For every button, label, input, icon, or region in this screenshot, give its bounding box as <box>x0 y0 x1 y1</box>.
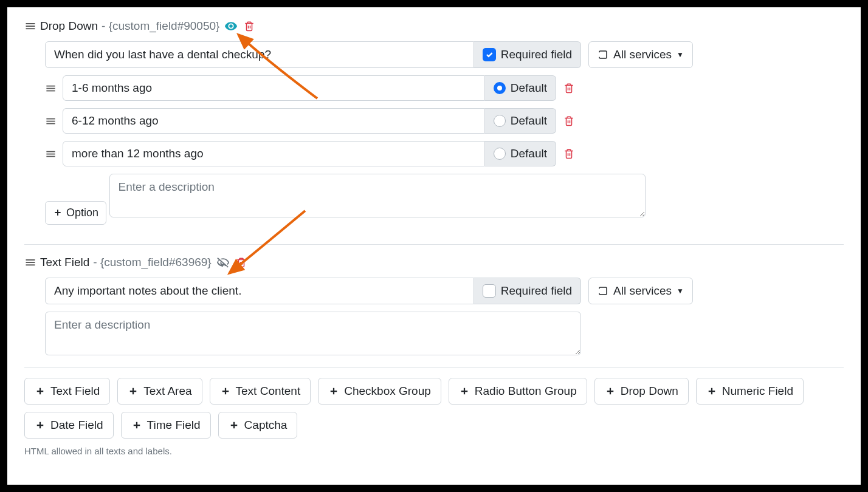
add-text-field-button[interactable]: Text Field <box>24 378 110 405</box>
required-checkbox[interactable] <box>483 284 496 298</box>
add-drop-down-button[interactable]: Drop Down <box>594 378 689 405</box>
services-dropdown[interactable]: All services ▼ <box>588 41 693 68</box>
option-value-input[interactable] <box>63 75 485 101</box>
svg-rect-7 <box>46 90 55 91</box>
divider <box>24 244 844 245</box>
svg-rect-17 <box>599 287 607 295</box>
default-radio[interactable] <box>494 148 506 160</box>
add-checkbox-group-button[interactable]: Checkbox Group <box>318 378 441 405</box>
services-label: All services <box>613 284 672 298</box>
svg-rect-15 <box>26 262 35 263</box>
description-textarea[interactable] <box>45 312 581 355</box>
add-captcha-button[interactable]: Captcha <box>218 412 298 439</box>
option-drag-handle-icon[interactable] <box>45 115 57 127</box>
svg-rect-1 <box>26 26 35 27</box>
required-label: Required field <box>501 48 572 61</box>
required-field-box: Required field <box>474 278 581 304</box>
services-label: All services <box>613 48 672 61</box>
add-radio-button-group-button[interactable]: Radio Button Group <box>449 378 587 405</box>
field-label-input[interactable] <box>45 278 474 304</box>
add-time-field-button[interactable]: Time Field <box>121 412 211 439</box>
svg-rect-13 <box>46 155 55 157</box>
default-label: Default <box>511 147 547 160</box>
field-ref: - {custom_field#90050} <box>102 19 219 33</box>
default-label: Default <box>511 81 547 95</box>
field-dropdown: Drop Down - {custom_field#90050} Require… <box>24 18 844 234</box>
add-option-button[interactable]: Option <box>45 201 106 225</box>
svg-rect-3 <box>599 51 607 58</box>
add-text-area-button[interactable]: Text Area <box>117 378 202 405</box>
field-label-input[interactable] <box>45 41 474 68</box>
svg-rect-14 <box>26 259 35 261</box>
required-field-box: Required field <box>474 41 581 68</box>
field-type-label: Drop Down <box>40 19 98 33</box>
chevron-down-icon: ▼ <box>677 50 684 59</box>
delete-field-button[interactable] <box>243 19 256 33</box>
svg-rect-16 <box>26 264 35 265</box>
svg-rect-9 <box>46 120 55 121</box>
delete-field-button[interactable] <box>235 256 248 269</box>
visibility-toggle-hidden[interactable] <box>215 255 231 270</box>
delete-option-button[interactable] <box>562 147 576 160</box>
default-radio[interactable] <box>494 115 506 127</box>
delete-option-button[interactable] <box>562 114 576 128</box>
option-drag-handle-icon[interactable] <box>45 83 57 94</box>
visibility-toggle-visible[interactable] <box>223 18 239 34</box>
option-value-input[interactable] <box>63 108 485 134</box>
drag-handle-icon[interactable] <box>24 256 36 268</box>
add-field-toolbar: Text Field Text Area Text Content Checkb… <box>24 378 844 439</box>
field-ref: - {custom_field#63969} <box>93 256 211 269</box>
svg-rect-2 <box>26 28 35 29</box>
divider <box>24 367 844 368</box>
delete-option-button[interactable] <box>562 81 576 95</box>
field-type-label: Text Field <box>40 256 89 269</box>
drag-handle-icon[interactable] <box>24 20 36 32</box>
add-numeric-field-button[interactable]: Numeric Field <box>696 378 804 405</box>
svg-rect-10 <box>46 123 55 124</box>
add-text-content-button[interactable]: Text Content <box>210 378 311 405</box>
svg-rect-6 <box>46 87 55 89</box>
footer-note: HTML allowed in all texts and labels. <box>24 446 844 456</box>
description-textarea[interactable] <box>109 174 646 217</box>
add-date-field-button[interactable]: Date Field <box>24 412 114 439</box>
field-textfield: Text Field - {custom_field#63969} Requir… <box>24 255 844 358</box>
svg-rect-0 <box>26 23 35 24</box>
default-radio[interactable] <box>494 82 506 94</box>
option-drag-handle-icon[interactable] <box>45 148 57 160</box>
option-value-input[interactable] <box>63 141 485 166</box>
services-dropdown[interactable]: All services ▼ <box>588 278 693 304</box>
svg-rect-12 <box>46 153 55 154</box>
svg-rect-18 <box>599 289 601 293</box>
svg-rect-8 <box>46 118 55 119</box>
default-label: Default <box>511 114 547 128</box>
chevron-down-icon: ▼ <box>677 287 684 295</box>
required-checkbox[interactable] <box>483 48 496 61</box>
svg-rect-5 <box>46 85 55 86</box>
svg-rect-11 <box>46 151 55 152</box>
required-label: Required field <box>501 284 572 298</box>
svg-rect-4 <box>599 52 601 57</box>
